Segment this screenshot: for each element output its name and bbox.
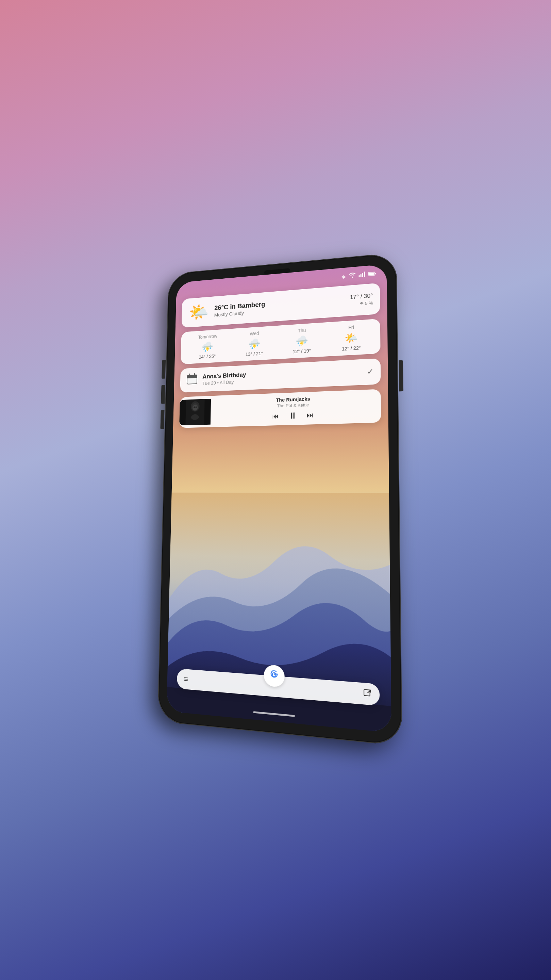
hamburger-icon[interactable]: ≡: [184, 675, 189, 684]
forecast-temps-0: 14° / 25°: [198, 353, 216, 360]
forecast-day-name-0: Tomorrow: [198, 334, 217, 340]
forecast-day-fri: Fri 🌤️ 12° / 22°: [342, 324, 361, 352]
forecast-icon-0: ⛈️: [202, 340, 213, 353]
forecast-temps-3: 12° / 22°: [342, 345, 361, 352]
forecast-icon-1: ⛈️: [248, 337, 260, 350]
forecast-day-name-2: Thu: [298, 328, 306, 334]
google-g-icon: G: [269, 669, 279, 683]
calendar-event-date: Tue 29: [202, 380, 216, 386]
music-album-art: [179, 398, 211, 425]
phone-device: ∗: [157, 253, 402, 746]
calendar-check-icon: ✓: [367, 367, 373, 376]
forecast-day-tomorrow: Tomorrow ⛈️ 14° / 25°: [198, 334, 217, 360]
music-track-name: The Rumjacks: [276, 396, 310, 402]
forecast-temps-2: 12° / 19°: [293, 348, 311, 355]
svg-rect-0: [359, 275, 359, 277]
phone-screen: ∗: [167, 264, 392, 733]
music-artist-name: The Pot & Kettle: [277, 402, 309, 408]
music-album-art-inner: [179, 398, 211, 425]
svg-rect-6: [375, 272, 376, 274]
weather-rain: ☂ 5 %: [350, 301, 373, 307]
forecast-day-wed: Wed ⛈️ 13° / 21°: [246, 331, 263, 357]
weather-minmax-temps: 17° / 30°: [350, 292, 373, 301]
status-icons: ∗: [341, 270, 376, 281]
weather-main-icon: 🌤️: [188, 302, 210, 323]
music-controls: ⏮ ⏸ ⏭: [272, 410, 314, 422]
music-next-button[interactable]: ⏭: [307, 411, 314, 419]
forecast-icon-3: 🌤️: [345, 331, 358, 344]
music-widget: The Rumjacks The Pot & Kettle ⏮ ⏸ ⏭: [179, 389, 381, 428]
music-prev-button[interactable]: ⏮: [272, 412, 279, 420]
weather-main-info: 26°C in Bamberg Mostly Cloudy: [214, 294, 345, 318]
forecast-day-thu: Thu ⛈️ 12° / 19°: [293, 327, 311, 354]
calendar-event-allday: All Day: [220, 379, 234, 385]
calendar-icon: [186, 373, 198, 388]
svg-rect-3: [364, 272, 365, 277]
open-icon[interactable]: [363, 688, 372, 699]
widgets-container: 🌤️ 26°C in Bamberg Mostly Cloudy 17° / 3…: [179, 283, 381, 428]
music-widget-inner: The Rumjacks The Pot & Kettle ⏮ ⏸ ⏭: [179, 389, 381, 428]
forecast-day-name-1: Wed: [250, 331, 259, 337]
calendar-info: Anna's Birthday Tue 29 • All Day: [202, 366, 361, 386]
calendar-widget: Anna's Birthday Tue 29 • All Day ✓: [180, 358, 381, 393]
svg-text:G: G: [272, 671, 276, 679]
svg-rect-5: [368, 272, 374, 275]
svg-rect-1: [360, 274, 362, 277]
music-play-button[interactable]: ⏸: [288, 410, 297, 421]
bluetooth-icon: ∗: [341, 273, 346, 280]
wifi-icon: [349, 272, 356, 280]
music-right: The Rumjacks The Pot & Kettle ⏮ ⏸ ⏭: [211, 389, 381, 427]
forecast-temps-1: 13° / 21°: [246, 351, 263, 357]
svg-rect-2: [362, 273, 363, 277]
battery-icon: [368, 270, 376, 278]
weather-minmax: 17° / 30° ☂ 5 %: [350, 292, 373, 307]
signal-icon: [359, 272, 365, 279]
forecast-icon-2: ⛈️: [295, 335, 308, 347]
forecast-day-name-3: Fri: [348, 324, 354, 330]
svg-rect-21: [364, 689, 370, 696]
